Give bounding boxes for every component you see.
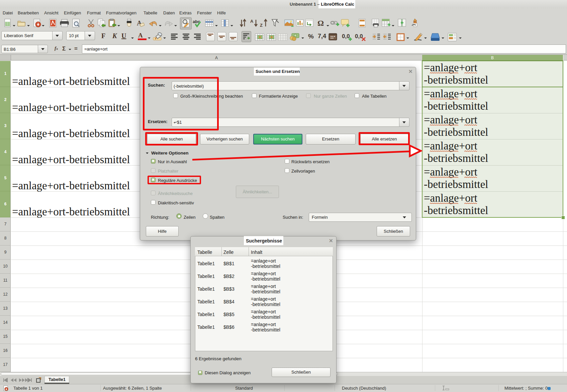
- svg-text:A: A: [250, 19, 254, 24]
- svg-text:Ω: Ω: [317, 19, 324, 27]
- svg-text:Z: Z: [260, 23, 263, 27]
